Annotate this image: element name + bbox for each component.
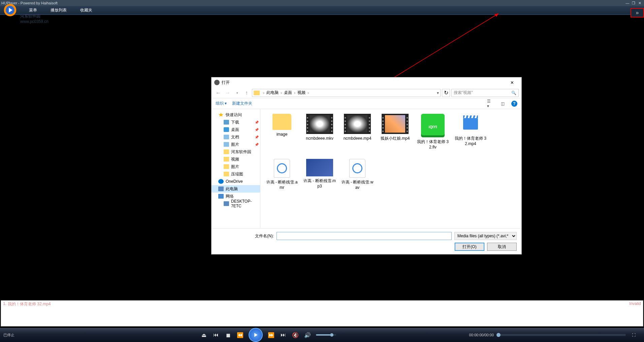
file-item[interactable]: iQIYI我的！体育老师 32.flv — [415, 112, 451, 156]
pin-icon: 📌 — [255, 128, 259, 132]
playlist-close-icon[interactable]: × — [0, 298, 4, 301]
preview-pane-button[interactable]: ◫ — [499, 100, 506, 107]
doc-icon — [224, 135, 229, 139]
stop-button[interactable]: ◼ — [224, 331, 232, 339]
dialog-titlebar: 打开 ✕ — [212, 77, 521, 88]
file-item[interactable]: 许嵩 - 断桥残雪.mp3 — [301, 158, 338, 201]
open-button[interactable]: 打开(O) — [455, 243, 484, 251]
folder-icon — [224, 149, 229, 154]
view-mode-button[interactable]: ☰ ▾ — [487, 100, 494, 107]
tree-node[interactable]: 文档📌 — [212, 133, 260, 141]
file-item[interactable]: ncmbdeee.mp4 — [339, 112, 376, 156]
breadcrumb-seg[interactable]: 视频 — [297, 90, 305, 96]
tree-node[interactable]: DESKTOP-7ETC — [212, 200, 260, 207]
new-folder-button[interactable]: 新建文件夹 — [232, 101, 252, 106]
eject-button[interactable]: ⏏ — [200, 331, 207, 339]
breadcrumb-dropdown-icon[interactable]: ▾ — [437, 91, 439, 95]
playback-status: 已停止 — [0, 333, 67, 338]
file-label: 狐妖小红娘.mp4 — [381, 136, 410, 141]
tree-node[interactable]: 图片 — [212, 163, 260, 170]
breadcrumb[interactable]: › 此电脑 › 桌面 › 视频 › ▾ — [252, 89, 441, 97]
tree-node[interactable]: 下载📌 — [212, 118, 260, 126]
playlist-item[interactable]: 1. 我的！体育老师 32.mp4 Invalid — [1, 301, 643, 308]
volume-slider[interactable] — [316, 334, 336, 336]
file-thumbnail — [272, 114, 291, 130]
file-thumbnail — [274, 159, 290, 178]
breadcrumb-seg[interactable]: 此电脑 — [266, 90, 279, 96]
folder-icon — [224, 164, 229, 169]
file-item[interactable]: 狐妖小红娘.mp4 — [377, 112, 413, 156]
file-label: 我的！体育老师 32.mp4 — [454, 136, 487, 146]
fullscreen-button[interactable]: ⛶ — [630, 331, 637, 339]
folder-tree: 快速访问下载📌桌面📌文档📌图片📌河东软件园视频图片压缩图OneDrive此电脑网… — [212, 109, 260, 228]
file-thumbnail — [306, 159, 333, 176]
file-label: 许嵩 - 断桥残雪.mp3 — [303, 178, 336, 189]
nav-back-button[interactable]: ← — [214, 89, 222, 97]
seek-slider[interactable] — [498, 334, 626, 336]
app-titlebar: HUPlayer - Powered by Haihaisoft — ❐ ✕ — [0, 0, 644, 6]
maximize-button[interactable]: ❐ — [631, 1, 637, 5]
menu-favorites[interactable]: 收藏夹 — [73, 7, 99, 13]
file-item[interactable]: 我的！体育老师 32.mp4 — [452, 112, 489, 156]
dialog-toolbar: 组织 ▾ 新建文件夹 ☰ ▾ ◫ ? — [212, 98, 521, 109]
volume-icon: 🔊 — [304, 331, 311, 339]
tree-node[interactable]: 压缩图 — [212, 170, 260, 178]
next-track-button[interactable]: ⏭ — [280, 331, 287, 339]
tree-node[interactable]: 此电脑 — [212, 185, 260, 193]
nav-forward-button[interactable]: → — [224, 89, 232, 97]
file-thumbnail — [382, 114, 409, 134]
nav-recent-button[interactable]: ▾ — [233, 89, 241, 97]
prev-track-button[interactable]: ⏮ — [212, 331, 220, 339]
cancel-button[interactable]: 取消 — [487, 243, 517, 251]
tree-node-label: 文档 — [231, 134, 239, 140]
pin-icon: 📌 — [255, 135, 259, 139]
tree-node-label: 下载 — [231, 119, 239, 125]
tree-node[interactable]: OneDrive — [212, 178, 260, 185]
close-button[interactable]: ✕ — [637, 1, 643, 5]
filename-input[interactable] — [277, 232, 452, 240]
file-thumbnail — [306, 114, 333, 134]
file-item[interactable]: 许嵩 - 断桥残雪.amr — [264, 158, 300, 201]
rewind-button[interactable]: ⏪ — [236, 331, 244, 339]
file-label: image — [277, 132, 288, 137]
file-item[interactable]: ncmbdeee.mkv — [301, 112, 338, 156]
file-open-dialog: 打开 ✕ ← → ▾ ↑ › 此电脑 › 桌面 › 视频 › ▾ ↻ 搜索"视频… — [211, 77, 522, 254]
breadcrumb-seg[interactable]: 桌面 — [284, 90, 292, 96]
folder-icon — [254, 91, 260, 95]
pin-icon: 📌 — [255, 121, 259, 124]
dialog-app-icon — [214, 80, 220, 85]
tree-node[interactable]: 图片📌 — [212, 141, 260, 148]
mute-button[interactable]: 🔇 — [292, 331, 299, 339]
filetype-select[interactable]: Media files (all types) (*.avi;* — [454, 232, 517, 240]
nav-up-button[interactable]: ↑ — [243, 89, 251, 97]
tree-node-label: 桌面 — [231, 127, 239, 133]
file-item[interactable]: 许嵩 - 断桥残雪.wav — [339, 158, 376, 201]
dialog-nav: ← → ▾ ↑ › 此电脑 › 桌面 › 视频 › ▾ ↻ 搜索"视频" 🔍 — [212, 88, 521, 98]
minimize-button[interactable]: — — [624, 1, 631, 5]
organize-menu[interactable]: 组织 ▾ — [216, 101, 227, 106]
tree-node-label: 快速访问 — [226, 112, 242, 118]
file-item[interactable]: image — [264, 112, 300, 156]
help-button[interactable]: ? — [511, 101, 517, 107]
refresh-button[interactable]: ↻ — [442, 89, 450, 97]
menu-playlist[interactable]: 播放列表 — [44, 7, 73, 13]
file-list: imagencmbdeee.mkvncmbdeee.mp4狐妖小红娘.mp4iQ… — [260, 109, 521, 228]
file-label: ncmbdeee.mkv — [306, 136, 333, 141]
folder-icon — [224, 172, 229, 176]
tree-node[interactable]: 河东软件园 — [212, 148, 260, 156]
menu-main[interactable]: 菜单 — [22, 7, 44, 13]
tree-node[interactable]: 快速访问 — [212, 111, 260, 118]
tree-node[interactable]: 视频 — [212, 156, 260, 163]
tree-node[interactable]: 桌面📌 — [212, 126, 260, 133]
play-button[interactable] — [249, 328, 263, 342]
pc-icon — [224, 201, 229, 206]
tree-node-label: 图片 — [231, 142, 239, 147]
doc-icon — [224, 142, 229, 147]
search-input[interactable]: 搜索"视频" 🔍 — [451, 89, 519, 97]
expand-panel-button[interactable]: » — [631, 8, 644, 18]
dialog-bottom: 文件名(N): Media files (all types) (*.avi;*… — [212, 228, 521, 254]
dialog-close-button[interactable]: ✕ — [505, 78, 519, 87]
app-menubar: 菜单 播放列表 收藏夹 — [0, 6, 644, 15]
tree-node-label: 网络 — [226, 194, 234, 199]
forward-button[interactable]: ⏩ — [267, 331, 275, 339]
